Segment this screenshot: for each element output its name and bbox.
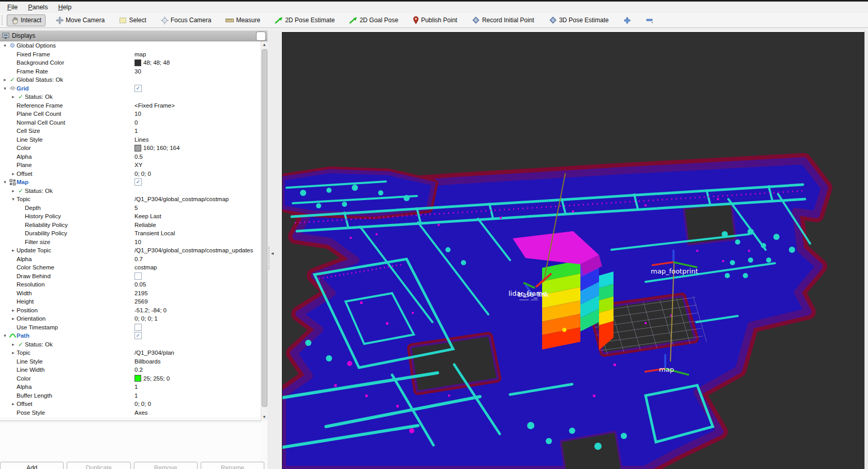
tree-row-history-policy[interactable]: History PolicyKeep Last (0, 212, 261, 221)
remove-button[interactable]: Remove (134, 462, 198, 469)
tree-scrollbar[interactable]: ▲ ▼ (261, 41, 267, 420)
property-label: Update Topic (17, 247, 51, 253)
tool-move-camera[interactable]: Move Camera (52, 14, 109, 26)
tree-row-height[interactable]: Height2569 (0, 297, 261, 306)
tree-row-alpha[interactable]: Alpha0.7 (0, 255, 261, 264)
tree-row-resolution[interactable]: Resolution0.05 (0, 280, 261, 289)
expander-icon[interactable]: ▾ (10, 196, 17, 202)
expander-icon[interactable]: ▸ (10, 94, 17, 99)
tree-row-frame-rate[interactable]: Frame Rate30 (0, 67, 261, 76)
expander-icon[interactable]: ▸ (10, 248, 17, 253)
toolbar-drag-handle[interactable] (2, 16, 5, 25)
checkbox-checked[interactable]: ✓ (134, 85, 142, 92)
tree-row-status-ok[interactable]: ▸✓Status: Ok (0, 340, 261, 349)
tree-row-line-width[interactable]: Line Width0.2 (0, 366, 261, 374)
expander-icon[interactable]: ▸ (2, 77, 8, 82)
tree-row-background-color[interactable]: Background Color48; 48; 48 (0, 58, 261, 67)
tree-row-grid[interactable]: ▾Grid✓ (0, 84, 261, 93)
tree-row-topic[interactable]: ▾Topic/Q1_P304/global_costmap/costmap (0, 195, 261, 204)
tree-row-normal-cell-count[interactable]: Normal Cell Count0 (0, 118, 261, 127)
expander-icon[interactable]: ▸ (10, 316, 17, 321)
scroll-up-icon[interactable]: ▲ (261, 41, 267, 48)
tool-2d-pose-estimate[interactable]: 2D Pose Estimate (271, 14, 339, 26)
tool-3d-pose-estimate[interactable]: 3D Pose Estimate (545, 14, 613, 26)
tree-row-path[interactable]: ▾Path✓ (0, 331, 261, 340)
expander-icon[interactable]: ▸ (10, 350, 17, 355)
collapse-left-icon[interactable]: ◂ (271, 250, 274, 256)
expander-icon[interactable]: ▸ (10, 342, 17, 347)
tool-minus-icon[interactable] (641, 15, 658, 26)
tree-row-fixed-frame[interactable]: Fixed Framemap (0, 50, 261, 59)
tree-row-orientation[interactable]: ▸Orientation0; 0; 0; 1 (0, 314, 261, 323)
tree-row-status-ok[interactable]: ▸✓Status: Ok (0, 187, 261, 195)
menu-file[interactable]: File (2, 3, 23, 12)
scrollbar-thumb[interactable] (262, 49, 267, 407)
tree-row-draw-behind[interactable]: Draw Behind (0, 272, 261, 281)
add-button[interactable]: Add (0, 462, 64, 469)
expander-icon[interactable]: ▾ (2, 179, 8, 185)
tree-row-map[interactable]: ▾Map✓ (0, 178, 261, 187)
tool-measure[interactable]: Measure (221, 14, 264, 26)
tree-row-reference-frame[interactable]: Reference Frame<Fixed Frame> (0, 101, 261, 110)
tool-publish-point[interactable]: Publish Point (409, 14, 461, 26)
expander-icon[interactable]: ▸ (10, 308, 17, 313)
tree-row-line-style[interactable]: Line StyleBillboards (0, 357, 261, 366)
tree-row-color-scheme[interactable]: Color Schemecostmap (0, 263, 261, 272)
tool-interact[interactable]: Interact (7, 14, 46, 26)
tree-row-global-status-ok[interactable]: ▸✓Global Status: Ok (0, 75, 261, 84)
checkbox-unchecked[interactable] (134, 273, 142, 280)
panel-divider[interactable]: ◂ (267, 31, 282, 469)
tool-2d-goal-pose[interactable]: 2D Goal Pose (345, 14, 402, 26)
tree-row-pose-style[interactable]: Pose StyleAxes (0, 409, 261, 417)
expander-icon[interactable]: ▸ (10, 171, 17, 176)
tree-row-position[interactable]: ▸Position-51.2; -84; 0 (0, 306, 261, 315)
expander-icon[interactable]: ▸ (10, 401, 17, 406)
value-text: 2569 (134, 298, 148, 305)
tool-select[interactable]: Select (115, 14, 150, 26)
tool-record-initial-point[interactable]: Record Initial Point (468, 14, 538, 26)
tree-row-topic[interactable]: ▸Topic/Q1_P304/plan (0, 349, 261, 357)
tree-row-filter-size[interactable]: Filter size10 (0, 238, 261, 247)
tool-plus-icon[interactable] (619, 14, 635, 26)
scroll-down-icon[interactable]: ▼ (261, 414, 267, 420)
checkbox-checked[interactable]: ✓ (134, 178, 142, 186)
3d-viewport[interactable]: lidar_frame base_link map_footprint map (282, 32, 865, 469)
tree-row-cell-size[interactable]: Cell Size1 (0, 127, 261, 135)
tree-row-buffer-length[interactable]: Buffer Length1 (0, 391, 261, 400)
panel-empty-area (0, 423, 261, 461)
expander-icon[interactable]: ▸ (10, 188, 17, 193)
checkbox-checked[interactable]: ✓ (134, 332, 142, 339)
tree-row-status-ok[interactable]: ▸✓Status: Ok (0, 93, 261, 101)
divider-handle[interactable] (268, 247, 270, 269)
tree-row-use-timestamp[interactable]: Use Timestamp (0, 323, 261, 332)
tree-row-line-style[interactable]: Line StyleLines (0, 135, 261, 144)
tree-row-global-options[interactable]: ▾⚙Global Options (0, 41, 261, 50)
value-text: 1 (134, 128, 138, 134)
checkbox-unchecked[interactable] (134, 324, 142, 331)
menu-help[interactable]: Help (53, 3, 77, 12)
tree-row-alpha[interactable]: Alpha0.5 (0, 153, 261, 161)
property-label: Path (17, 332, 29, 339)
tree-row-durability-policy[interactable]: Durability PolicyTransient Local (0, 229, 261, 238)
tree-row-color[interactable]: Color25; 255; 0 (0, 374, 261, 383)
tree-row-color[interactable]: Color160; 160; 164 (0, 144, 261, 153)
panel-undock-button[interactable] (256, 32, 266, 41)
tree-row-offset[interactable]: ▸Offset0; 0; 0 (0, 400, 261, 409)
tree-row-plane-cell-count[interactable]: Plane Cell Count10 (0, 110, 261, 118)
expander-icon[interactable]: ▾ (2, 333, 8, 338)
tree-row-plane[interactable]: PlaneXY (0, 161, 261, 170)
tree-row-width[interactable]: Width2195 (0, 289, 261, 298)
rename-button[interactable]: Rename (201, 462, 264, 469)
tree-row-update-topic[interactable]: ▸Update Topic/Q1_P304/global_costmap/cos… (0, 246, 261, 255)
tree-row-offset[interactable]: ▸Offset0; 0; 0 (0, 170, 261, 178)
expander-icon[interactable]: ▾ (2, 43, 8, 48)
tree-row-depth[interactable]: Depth5 (0, 204, 261, 213)
tool-focus-camera[interactable]: Focus Camera (157, 14, 216, 26)
duplicate-button[interactable]: Duplicate (67, 462, 130, 469)
tree-row-reliability-policy[interactable]: Reliability PolicyReliable (0, 221, 261, 230)
tree-row-alpha[interactable]: Alpha1 (0, 383, 261, 391)
expander-icon[interactable]: ▾ (2, 86, 8, 91)
check-icon: ✓ (17, 93, 25, 100)
menu-panels[interactable]: Panels (23, 3, 53, 12)
displays-panel-header[interactable]: Displays (0, 31, 267, 41)
